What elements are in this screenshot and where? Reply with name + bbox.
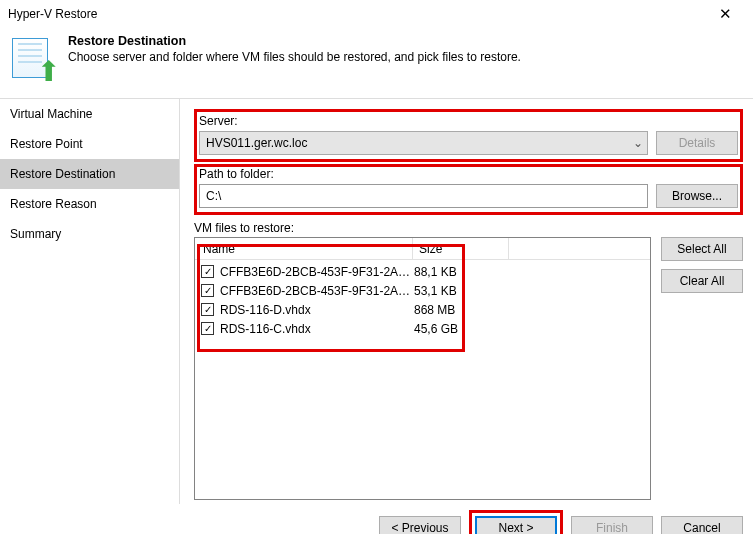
- wizard-sidebar: Virtual Machine Restore Point Restore De…: [0, 99, 180, 504]
- path-label: Path to folder:: [199, 167, 738, 181]
- table-row[interactable]: ✓ CFFB3E6D-2BCB-453F-9F31-2A944... 53,1 …: [195, 281, 650, 300]
- sidebar-item-restore-reason[interactable]: Restore Reason: [0, 189, 179, 219]
- files-table[interactable]: Name Size ✓ CFFB3E6D-2BCB-453F-9F31-2A94…: [194, 237, 651, 500]
- server-dropdown[interactable]: HVS011.ger.wc.loc ⌄: [199, 131, 648, 155]
- title-bar: Hyper-V Restore ✕: [0, 0, 753, 28]
- browse-button[interactable]: Browse...: [656, 184, 738, 208]
- header-name[interactable]: Name: [195, 238, 413, 259]
- table-row[interactable]: ✓ RDS-116-C.vhdx 45,6 GB: [195, 319, 650, 338]
- table-row[interactable]: ✓ CFFB3E6D-2BCB-453F-9F31-2A944... 88,1 …: [195, 262, 650, 281]
- server-section: Server: HVS011.ger.wc.loc ⌄ Details: [194, 109, 743, 162]
- checkbox-icon[interactable]: ✓: [201, 303, 214, 316]
- next-highlight: Next >: [469, 510, 563, 534]
- window-title: Hyper-V Restore: [8, 7, 705, 21]
- wizard-footer: < Previous Next > Finish Cancel: [0, 504, 753, 534]
- page-title: Restore Destination: [68, 34, 521, 48]
- select-all-button[interactable]: Select All: [661, 237, 743, 261]
- sidebar-item-restore-destination[interactable]: Restore Destination: [0, 159, 179, 189]
- path-section: Path to folder: C:\ Browse...: [194, 164, 743, 215]
- table-header: Name Size: [195, 238, 650, 260]
- sidebar-item-virtual-machine[interactable]: Virtual Machine: [0, 99, 179, 129]
- header-size[interactable]: Size: [413, 238, 509, 259]
- restore-icon: ⬆: [12, 38, 58, 84]
- next-button[interactable]: Next >: [475, 516, 557, 534]
- finish-button: Finish: [571, 516, 653, 534]
- details-button: Details: [656, 131, 738, 155]
- files-label: VM files to restore:: [194, 221, 743, 235]
- wizard-content: Server: HVS011.ger.wc.loc ⌄ Details Path…: [180, 99, 753, 504]
- sidebar-item-restore-point[interactable]: Restore Point: [0, 129, 179, 159]
- path-input[interactable]: C:\: [199, 184, 648, 208]
- page-subtitle: Choose server and folder where VM files …: [68, 50, 521, 64]
- clear-all-button[interactable]: Clear All: [661, 269, 743, 293]
- wizard-header: ⬆ Restore Destination Choose server and …: [0, 28, 753, 98]
- previous-button[interactable]: < Previous: [379, 516, 461, 534]
- close-icon[interactable]: ✕: [705, 0, 745, 28]
- chevron-down-icon: ⌄: [633, 136, 643, 150]
- table-row[interactable]: ✓ RDS-116-D.vhdx 868 MB: [195, 300, 650, 319]
- checkbox-icon[interactable]: ✓: [201, 265, 214, 278]
- checkbox-icon[interactable]: ✓: [201, 322, 214, 335]
- checkbox-icon[interactable]: ✓: [201, 284, 214, 297]
- sidebar-item-summary[interactable]: Summary: [0, 219, 179, 249]
- server-label: Server:: [199, 114, 738, 128]
- cancel-button[interactable]: Cancel: [661, 516, 743, 534]
